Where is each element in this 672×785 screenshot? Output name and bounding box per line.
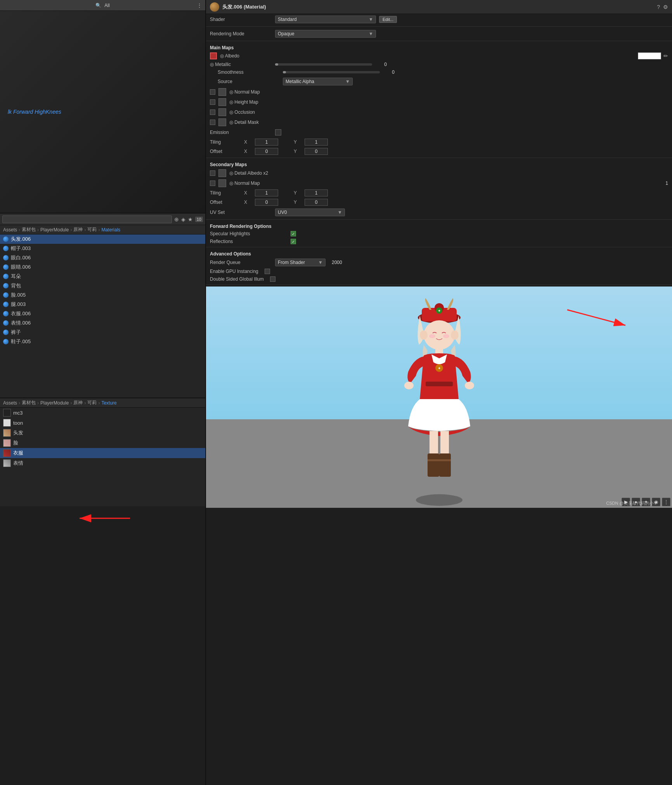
secondary-offset-group: X Y (244, 199, 668, 206)
edit-button[interactable]: Edit... (379, 16, 397, 23)
occlusion-thumb[interactable] (218, 108, 226, 116)
list-item[interactable]: 帽子.003 (0, 244, 205, 253)
list-item[interactable]: 鞋子.005 (0, 337, 205, 346)
list-item[interactable]: 眼白.006 (0, 253, 205, 262)
secondary-normal-map-thumb[interactable] (218, 179, 226, 187)
detail-albedo-thumb[interactable] (218, 169, 226, 177)
tiling-x-input[interactable] (255, 139, 278, 146)
svg-rect-24 (428, 453, 439, 477)
scene-panel: 🔍 All ⋮ lk Forward HighKnees (0, 0, 206, 213)
gpu-instancing-row: Enable GPU Instancing (206, 267, 672, 275)
svg-line-5 (567, 310, 625, 325)
normal-map-checkbox[interactable] (210, 89, 215, 95)
breadcrumb-part1[interactable]: 素材包 (22, 226, 36, 233)
secondary-offset-row: Offset X Y (206, 198, 672, 207)
offset-y-input[interactable] (305, 148, 328, 155)
breadcrumb-materials[interactable]: Materials (101, 227, 120, 233)
rendering-mode-dropdown[interactable]: Opaque ▼ (275, 30, 376, 38)
eyedropper-icon[interactable]: ✏ (663, 53, 668, 59)
breadcrumb-part3[interactable]: 原神 (73, 226, 83, 233)
s-offset-x-input[interactable] (255, 199, 278, 206)
detail-mask-checkbox[interactable] (210, 120, 215, 125)
divider (206, 26, 672, 27)
detail-albedo-checkbox[interactable] (210, 170, 215, 176)
list-item[interactable]: toon (0, 418, 205, 428)
breadcrumb-part2[interactable]: PlayerModule (40, 227, 69, 233)
help-icon[interactable]: ? (657, 4, 660, 10)
list-item[interactable]: 头发 (0, 428, 205, 438)
gpu-instancing-checkbox[interactable] (265, 269, 270, 274)
smoothness-slider[interactable] (283, 71, 380, 73)
offset-x-input[interactable] (255, 148, 278, 155)
metallic-label: ◎ Metallic (210, 62, 272, 67)
render-queue-value: From Shader (278, 260, 305, 265)
list-item[interactable]: 头发.006 (0, 234, 205, 244)
more-btn[interactable]: ⋮ (662, 498, 670, 506)
specular-highlights-checkbox[interactable]: ✓ (291, 231, 296, 236)
material-icon (3, 246, 9, 251)
render-queue-dropdown[interactable]: From Shader ▼ (275, 259, 326, 266)
list-item[interactable]: 脸 (0, 438, 205, 448)
sub-breadcrumb-assets[interactable]: Assets (3, 400, 17, 406)
sub-breadcrumb-part1[interactable]: 素材包 (22, 399, 36, 406)
list-item[interactable]: 表情.006 (0, 318, 205, 328)
secondary-tiling-group: X Y (244, 189, 668, 196)
s-tiling-x-input[interactable] (255, 189, 278, 196)
list-item[interactable]: 眼睛.006 (0, 262, 205, 272)
filter-icon[interactable]: ◈ (181, 216, 185, 222)
albedo-thumb[interactable] (210, 52, 217, 59)
svg-point-14 (420, 330, 428, 340)
list-item[interactable]: 脸.005 (0, 290, 205, 300)
breadcrumb-sep2: › (37, 227, 39, 233)
height-map-thumb[interactable] (218, 98, 226, 106)
source-dropdown[interactable]: Metallic Alpha ▼ (283, 78, 353, 85)
sub-breadcrumb-part4[interactable]: 可莉 (87, 399, 97, 406)
create-icon[interactable]: ⊕ (174, 216, 179, 222)
file-name: toon (13, 420, 23, 426)
sub-breadcrumb-part3[interactable]: 原神 (73, 399, 83, 406)
secondary-offset-label: Offset (210, 200, 241, 205)
inspector-header: 头发.006 (Material) ? ⚙ (206, 0, 672, 14)
material-icon (3, 283, 9, 288)
file-name: 头发 (13, 429, 23, 436)
s-offset-y-input[interactable] (305, 199, 328, 206)
secondary-normal-map-checkbox[interactable] (210, 181, 215, 186)
detail-mask-thumb[interactable] (218, 118, 226, 126)
sub-breadcrumb-part2[interactable]: PlayerModule (40, 400, 69, 406)
double-sided-checkbox[interactable] (270, 276, 275, 282)
texture-file-list: mc3 toon 头发 脸 衣服 表情 (0, 408, 205, 506)
settings-icon[interactable]: ⚙ (663, 4, 668, 10)
shader-dropdown[interactable]: Standard ▼ (275, 16, 376, 23)
scene-options-icon[interactable]: ⋮ (197, 2, 202, 9)
occlusion-checkbox[interactable] (210, 109, 215, 115)
list-item[interactable]: 背包 (0, 281, 205, 290)
render-queue-label: Render Queue (210, 260, 272, 265)
metallic-slider[interactable] (275, 63, 372, 66)
search-input[interactable] (2, 215, 172, 223)
height-map-checkbox[interactable] (210, 99, 215, 105)
breadcrumb-part4[interactable]: 可莉 (87, 226, 97, 233)
list-item[interactable]: mc3 (0, 408, 205, 418)
s-tiling-y-input[interactable] (305, 189, 328, 196)
divider (206, 219, 672, 220)
albedo-color-swatch[interactable] (638, 52, 661, 59)
normal-map-thumb[interactable] (218, 88, 226, 96)
list-item[interactable]: 腿.003 (0, 300, 205, 309)
list-item[interactable]: 衣服.006 (0, 309, 205, 318)
dropdown-arrow-icon: ▼ (369, 31, 373, 36)
breadcrumb-assets[interactable]: Assets (3, 227, 17, 233)
list-item[interactable]: 裤子 (0, 328, 205, 337)
favorites-icon[interactable]: ★ (188, 216, 193, 222)
emission-swatch[interactable] (275, 129, 281, 135)
secondary-normal-value: 1 (665, 181, 668, 186)
list-item[interactable]: 表情 (0, 458, 205, 468)
sub-breadcrumb-texture[interactable]: Texture (101, 400, 116, 406)
list-item[interactable]: 衣服 (0, 448, 205, 458)
tiling-y-input[interactable] (305, 139, 328, 146)
breadcrumb-sep3: › (70, 227, 72, 233)
dropdown-arrow-icon: ▼ (345, 79, 350, 84)
list-item[interactable]: 耳朵 (0, 272, 205, 281)
scene-toolbar: 🔍 All ⋮ (0, 0, 205, 11)
uv-set-dropdown[interactable]: UV0 ▼ (275, 208, 345, 216)
reflections-checkbox[interactable]: ✓ (291, 239, 296, 244)
